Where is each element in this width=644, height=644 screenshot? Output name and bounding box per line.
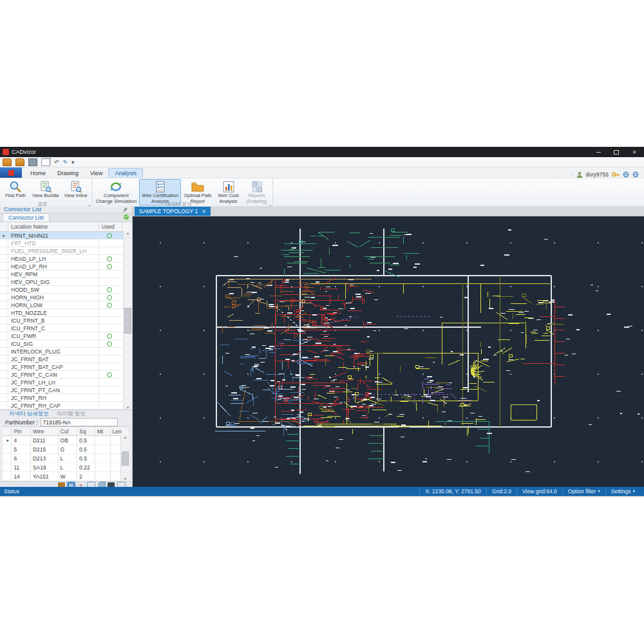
column-used[interactable]: Used: [99, 222, 122, 231]
pin-column-pin[interactable]: Pin: [12, 427, 30, 435]
tab-connector-list[interactable]: Connector List: [3, 213, 50, 222]
open-folder-icon[interactable]: [3, 158, 12, 166]
ribbon-tab-analysis[interactable]: Analysis: [108, 168, 143, 178]
ribbon-collapse-icon[interactable]: ▴: [571, 172, 573, 177]
panel-title: Connector List: [4, 206, 41, 213]
pin-cell: [3, 454, 12, 462]
pin-table: PinWireColSqMtLen ▸4D211OB0.55D215G0.56D…: [3, 426, 129, 481]
pin-row[interactable]: 5D215G0.5: [3, 445, 129, 454]
connector-row[interactable]: ICU_FRNT_C: [0, 325, 132, 332]
connector-name: ICU_FRNT_C: [8, 325, 99, 332]
used-indicator: [107, 334, 112, 339]
key-icon[interactable]: [612, 171, 620, 178]
restore-button[interactable]: [609, 148, 623, 156]
connector-row[interactable]: HORN_LOW: [0, 301, 132, 309]
ribbon-tab-drawing[interactable]: Drawing: [52, 169, 84, 178]
connector-row[interactable]: INTERLOCK_PLUG: [0, 348, 132, 355]
pin-column-col[interactable]: Col: [59, 427, 77, 435]
option-filter-button[interactable]: Option filter▾: [562, 488, 605, 495]
connector-row[interactable]: HOOD_SW: [0, 286, 132, 294]
view-inline-button[interactable]: View Inline: [62, 179, 90, 200]
minimize-button[interactable]: [591, 148, 605, 156]
connector-row[interactable]: JC_FRNT_RH_CAP: [0, 402, 132, 410]
pin-cell: 0.5: [77, 445, 95, 453]
application-menu-button[interactable]: [0, 167, 22, 178]
pin-row[interactable]: 11SA16L0.22: [3, 463, 129, 472]
filter-status-icon[interactable]: [123, 214, 129, 220]
connector-row[interactable]: FUEL_PRESSURE_SNSR_LH: [0, 247, 132, 255]
used-indicator: [107, 233, 112, 238]
undo-icon[interactable]: ↶: [54, 159, 59, 166]
connector-name: ICU_SIG: [8, 340, 99, 347]
pin-table-scrollbar[interactable]: ▲▼: [120, 435, 129, 481]
connector-row[interactable]: HORN_HIGH: [0, 294, 132, 301]
connector-row[interactable]: HEAD_LP_RH: [0, 263, 132, 270]
edit-pen-icon[interactable]: ✎: [63, 159, 68, 166]
used-indicator: [107, 295, 112, 300]
connector-name: HOOD_SW: [8, 286, 99, 293]
connector-scrollbar[interactable]: ▲▼: [123, 231, 132, 410]
pin-icon[interactable]: [122, 207, 128, 213]
quick-access-more-icon[interactable]: ▾: [71, 159, 75, 166]
connector-name: JC_FRNT_BAT_CAP: [8, 363, 99, 370]
connector-row[interactable]: ICU_FRNT_B: [0, 317, 132, 325]
pin-row[interactable]: 14YA151W2: [3, 472, 129, 481]
pin-cell: [95, 472, 111, 480]
connector-name: JC_FRNT_BAT: [8, 355, 99, 363]
connector-row[interactable]: HEV_RPM: [0, 270, 132, 278]
detail-tab-0[interactable]: 커넥터 상세정보: [9, 410, 49, 418]
ribbon-tab-home[interactable]: Home: [24, 169, 52, 178]
settings-button[interactable]: Settings▾: [605, 488, 640, 495]
column-location-name[interactable]: Location Name: [8, 222, 99, 231]
pin-column-len[interactable]: Len: [111, 427, 129, 435]
connector-row[interactable]: HEV_OPU_SIG: [0, 278, 132, 286]
connector-row[interactable]: JC_FRNT_C_CAN: [0, 371, 132, 379]
scrollbar-thumb[interactable]: [124, 308, 131, 334]
connector-name: HORN_HIGH: [8, 294, 99, 301]
pin-marker-column[interactable]: [3, 427, 12, 435]
user-area: ▴ dory9755: [571, 171, 644, 178]
pin-column-wire[interactable]: Wire: [31, 427, 59, 435]
globe-icon[interactable]: [623, 171, 629, 178]
connector-name: FRT_HTD: [8, 240, 99, 247]
connector-row[interactable]: FRT_HTD: [0, 240, 132, 247]
connector-row[interactable]: JC_FRNT_BAT_CAP: [0, 363, 132, 371]
connector-row[interactable]: ICU_PWR: [0, 332, 132, 340]
save-icon[interactable]: [28, 158, 37, 166]
detail-tab-1[interactable]: 아이템 정보: [57, 410, 86, 418]
ribbon-tab-view[interactable]: View: [84, 169, 108, 178]
view-bundle-button[interactable]: View Bundle: [30, 179, 62, 200]
pin-cell: [95, 445, 111, 453]
grid-setting: Grid:2.0: [486, 488, 516, 495]
part-number-label: PartNumber :: [5, 419, 38, 426]
connector-row[interactable]: HTD_NOZZLE: [0, 309, 132, 317]
status-bar: Status X: 1230.08, Y: 2781.50 Grid:2.0 V…: [0, 487, 644, 496]
pin-row[interactable]: 6D213L0.5: [3, 454, 129, 463]
connector-row[interactable]: HEAD_LP_LH: [0, 255, 132, 263]
connector-row[interactable]: JC_FRNT_LH_LH: [0, 379, 132, 386]
connector-row[interactable]: ▸FRNT_MAIN21: [0, 232, 132, 240]
ribbon-tab-row: HomeDrawingViewAnalysis ▴ dory9755: [0, 167, 644, 178]
pin-row[interactable]: ▸4D211OB0.5: [3, 436, 129, 445]
pin-cell: OB: [59, 436, 77, 444]
find-path-button[interactable]: Find Path: [1, 179, 30, 200]
app-logo-icon: [8, 170, 14, 176]
part-number-field[interactable]: 719185-NA: [41, 418, 118, 426]
pin-column-mt[interactable]: Mt: [95, 427, 111, 435]
drawing-canvas[interactable]: [133, 216, 644, 487]
tab-close-icon[interactable]: ✕: [202, 209, 206, 214]
pin-column-sq[interactable]: Sq: [77, 427, 95, 435]
open-folder-2-icon[interactable]: [15, 158, 24, 166]
connector-row[interactable]: JC_FRNT_RH: [0, 394, 132, 402]
item-cost-analysis-icon: [222, 180, 236, 193]
connector-row[interactable]: ICU_SIG: [0, 340, 132, 348]
globe-2-icon[interactable]: [632, 171, 639, 178]
close-button[interactable]: ✕: [627, 148, 641, 156]
ribbon-button-label: View Inline: [64, 193, 88, 199]
copy-icon[interactable]: [41, 158, 50, 166]
view-inline-icon: [69, 180, 83, 193]
connector-row[interactable]: JC_FRNT_BAT: [0, 355, 132, 363]
tab-sample-topology-1[interactable]: SAMPLE TOPOLOGY 1 ✕: [135, 207, 211, 216]
document-tab-label: SAMPLE TOPOLOGY 1: [139, 208, 198, 214]
connector-row[interactable]: JC_FRNT_PT_CAN: [0, 386, 132, 394]
